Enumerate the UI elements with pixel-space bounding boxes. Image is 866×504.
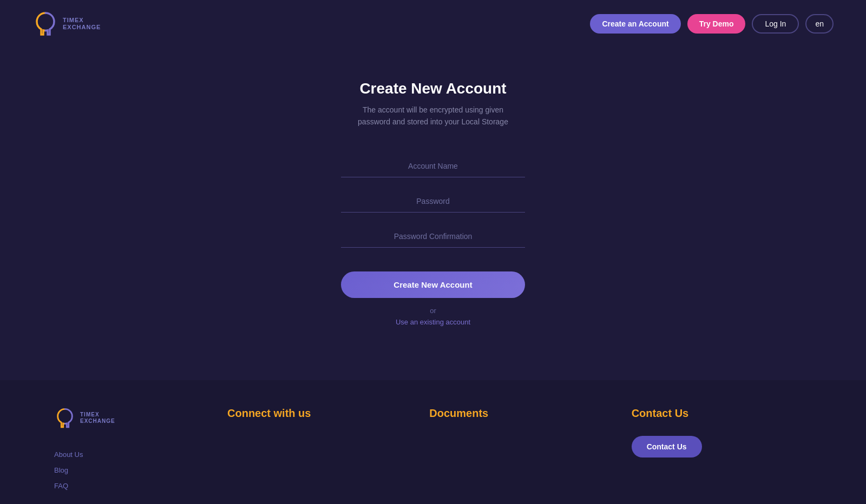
logo: TIMEX EXCHANGE	[32, 11, 101, 37]
password-confirm-input[interactable]	[341, 226, 525, 248]
page-title: Create New Account	[359, 80, 506, 97]
footer: TIMEX EXCHANGE About Us Blog FAQ Connect…	[0, 380, 866, 504]
logo-sub: EXCHANGE	[63, 24, 101, 31]
footer-logo-text: TIMEX EXCHANGE	[80, 412, 115, 425]
try-demo-button[interactable]: Try Demo	[687, 14, 746, 34]
language-button[interactable]: en	[805, 14, 834, 34]
page-subtitle: The account will be encrypted using give…	[357, 104, 509, 128]
footer-logo-sub: EXCHANGE	[80, 418, 115, 425]
documents-title: Documents	[429, 407, 609, 420]
login-button[interactable]: Log In	[752, 14, 799, 34]
footer-grid: TIMEX EXCHANGE About Us Blog FAQ Connect…	[54, 407, 812, 490]
submit-button[interactable]: Create New Account	[341, 271, 525, 298]
header: TIMEX EXCHANGE Create an Account Try Dem…	[0, 0, 866, 48]
registration-form: Create New Account or Use an existing ac…	[341, 155, 525, 326]
footer-col-connect: Connect with us	[227, 407, 408, 490]
footer-logo-name: TIMEX	[80, 412, 115, 418]
contact-us-button[interactable]: Contact Us	[632, 436, 702, 457]
main-content: Create New Account The account will be e…	[0, 48, 866, 369]
footer-col-documents: Documents	[429, 407, 609, 490]
footer-nav-links: About Us Blog FAQ	[54, 450, 206, 490]
footer-link-about[interactable]: About Us	[54, 450, 206, 459]
nav-buttons: Create an Account Try Demo Log In en	[590, 14, 834, 34]
connect-title: Connect with us	[227, 407, 408, 420]
logo-text: TIMEX EXCHANGE	[63, 17, 101, 31]
contact-title: Contact Us	[632, 407, 812, 420]
footer-link-faq[interactable]: FAQ	[54, 482, 206, 490]
footer-col-contact: Contact Us Contact Us	[632, 407, 812, 490]
footer-logo-icon	[54, 407, 76, 429]
footer-link-blog[interactable]: Blog	[54, 466, 206, 474]
create-account-button[interactable]: Create an Account	[590, 14, 680, 34]
footer-col-logo: TIMEX EXCHANGE About Us Blog FAQ	[54, 407, 206, 490]
use-existing-account-link[interactable]: Use an existing account	[341, 318, 525, 326]
logo-icon	[32, 11, 58, 37]
logo-name: TIMEX	[63, 17, 101, 24]
divider-text: or	[341, 307, 525, 315]
footer-logo: TIMEX EXCHANGE	[54, 407, 206, 429]
account-name-input[interactable]	[341, 155, 525, 177]
password-input[interactable]	[341, 190, 525, 213]
